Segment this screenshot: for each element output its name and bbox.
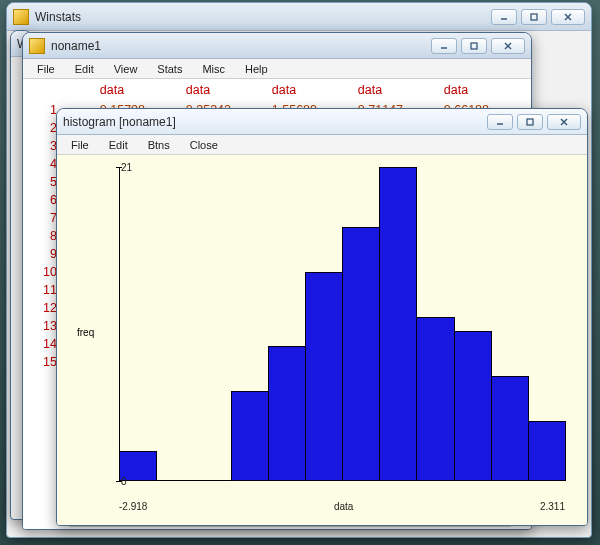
x-min-label: -2.918 [119,501,147,512]
histogram-bar [231,391,269,481]
column-header[interactable]: data [69,83,155,97]
minimize-button[interactable] [487,114,513,130]
histogram-bar [305,272,343,481]
window-controls [431,38,525,54]
histogram-bar [528,421,566,481]
x-max-label: 2.311 [540,501,565,512]
window-controls [491,9,585,25]
histogram-plot: freq 210 [69,167,569,497]
column-header[interactable]: data [413,83,499,97]
x-axis-label: data [147,501,540,512]
histogram-bar [193,479,231,481]
plot-area[interactable]: freq 210 -2.918 data 2.311 [57,155,587,525]
histogram-bars [119,167,565,481]
menu-btns[interactable]: Btns [140,137,178,153]
winstats-title: Winstats [35,10,491,24]
menu-file[interactable]: File [63,137,97,153]
editor-menubar: File Edit View Stats Misc Help [23,59,531,79]
editor-title: noname1 [51,39,431,53]
column-header[interactable]: data [155,83,241,97]
menu-help[interactable]: Help [237,61,276,77]
histogram-bar [156,479,194,481]
histogram-bar [491,376,529,481]
histogram-menubar: File Edit Btns Close [57,135,587,155]
maximize-button[interactable] [461,38,487,54]
histogram-bar [379,167,417,481]
histogram-bar [268,346,306,481]
winstats-titlebar[interactable]: Winstats [7,3,591,31]
menu-edit[interactable]: Edit [67,61,102,77]
column-header[interactable]: data [241,83,327,97]
histogram-bar [342,227,380,481]
svg-rect-9 [527,119,533,125]
menu-stats[interactable]: Stats [149,61,190,77]
editor-titlebar[interactable]: noname1 [23,33,531,59]
svg-rect-1 [531,14,537,20]
menu-file[interactable]: File [29,61,63,77]
histogram-bar [416,317,454,481]
menu-misc[interactable]: Misc [194,61,233,77]
menu-close[interactable]: Close [182,137,226,153]
y-axis-label: freq [77,327,94,338]
app-icon [13,9,29,25]
y-tick-label: 0 [121,476,127,487]
close-button[interactable] [547,114,581,130]
histogram-window: histogram [noname1] File Edit Btns Close… [56,108,588,526]
maximize-button[interactable] [517,114,543,130]
svg-rect-5 [471,43,477,49]
histogram-title: histogram [noname1] [63,115,487,129]
menu-view[interactable]: View [106,61,146,77]
minimize-button[interactable] [431,38,457,54]
column-headers: data data data data data [23,79,531,101]
window-controls [487,114,581,130]
histogram-titlebar[interactable]: histogram [noname1] [57,109,587,135]
histogram-bar [454,331,492,481]
close-button[interactable] [491,38,525,54]
x-axis-labels: -2.918 data 2.311 [69,497,569,512]
app-icon [29,38,45,54]
column-header[interactable]: data [327,83,413,97]
y-tick-label: 21 [121,162,132,173]
close-button[interactable] [551,9,585,25]
minimize-button[interactable] [491,9,517,25]
maximize-button[interactable] [521,9,547,25]
menu-edit[interactable]: Edit [101,137,136,153]
